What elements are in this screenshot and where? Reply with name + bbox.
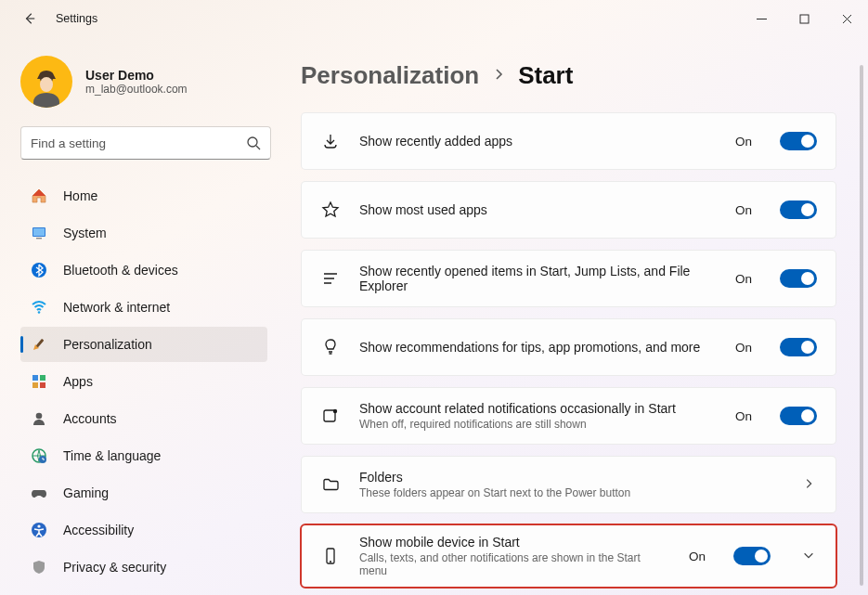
chevron-down-icon[interactable] bbox=[802, 549, 817, 563]
toggle-switch[interactable] bbox=[780, 338, 817, 356]
home-icon bbox=[30, 187, 48, 205]
phone-icon bbox=[320, 546, 341, 566]
toggle-state: On bbox=[735, 341, 752, 355]
toggle-switch[interactable] bbox=[780, 132, 817, 150]
setting-recommendations[interactable]: Show recommendations for tips, app promo… bbox=[301, 318, 836, 376]
svg-point-2 bbox=[248, 137, 257, 147]
nav-label: Time & language bbox=[63, 448, 161, 463]
nav-label: Accessibility bbox=[63, 523, 134, 537]
wifi-icon bbox=[30, 298, 48, 317]
breadcrumb-parent[interactable]: Personalization bbox=[301, 61, 479, 90]
toggle-state: On bbox=[735, 272, 752, 286]
svg-point-13 bbox=[36, 413, 43, 420]
setting-subtitle: When off, required notifications are sti… bbox=[359, 418, 717, 431]
setting-subtitle: These folders appear on Start next to th… bbox=[359, 486, 771, 499]
scrollbar[interactable] bbox=[860, 65, 863, 586]
svg-point-1 bbox=[40, 77, 53, 92]
gamepad-icon bbox=[30, 484, 48, 502]
toggle-state: On bbox=[735, 135, 752, 149]
nav-label: Gaming bbox=[63, 485, 109, 500]
setting-account-notif[interactable]: Show account related notifications occas… bbox=[301, 387, 836, 445]
toggle-switch[interactable] bbox=[733, 547, 771, 565]
setting-recently-added[interactable]: Show recently added apps On bbox=[301, 112, 836, 170]
chevron-right-icon bbox=[492, 68, 505, 84]
star-icon bbox=[320, 200, 341, 220]
svg-rect-8 bbox=[36, 339, 45, 348]
nav-personalization[interactable]: Personalization bbox=[20, 327, 267, 362]
svg-rect-0 bbox=[800, 15, 809, 23]
window-title: Settings bbox=[56, 12, 97, 25]
toggle-switch[interactable] bbox=[780, 200, 817, 219]
toggle-switch[interactable] bbox=[780, 407, 817, 425]
minimize-button[interactable] bbox=[740, 0, 783, 37]
list-icon bbox=[320, 268, 341, 289]
nav-bluetooth[interactable]: Bluetooth & devices bbox=[20, 252, 267, 288]
search-box[interactable] bbox=[20, 126, 271, 160]
setting-title: Show most used apps bbox=[359, 202, 717, 217]
nav-list: Home System Bluetooth & devices Network … bbox=[20, 178, 271, 585]
avatar bbox=[20, 56, 72, 108]
setting-title: Show recently added apps bbox=[359, 134, 717, 149]
nav-label: Personalization bbox=[63, 337, 152, 352]
download-icon bbox=[320, 131, 341, 151]
bluetooth-icon bbox=[30, 261, 48, 279]
svg-rect-12 bbox=[40, 382, 45, 388]
folder-icon bbox=[320, 474, 341, 495]
nav-label: Network & internet bbox=[63, 300, 170, 315]
svg-point-19 bbox=[333, 409, 337, 413]
nav-label: System bbox=[63, 226, 107, 240]
setting-mobile-device[interactable]: Show mobile device in Start Calls, texts… bbox=[301, 524, 836, 588]
accessibility-icon bbox=[30, 521, 48, 539]
nav-privacy[interactable]: Privacy & security bbox=[20, 550, 267, 585]
nav-time[interactable]: Time & language bbox=[20, 438, 267, 473]
nav-label: Bluetooth & devices bbox=[63, 263, 178, 278]
setting-subtitle: Calls, texts, and other notifications ar… bbox=[359, 551, 670, 577]
close-button[interactable] bbox=[825, 0, 868, 37]
breadcrumb-current: Start bbox=[518, 61, 573, 90]
svg-rect-4 bbox=[33, 228, 45, 236]
badge-icon bbox=[320, 406, 341, 426]
nav-label: Privacy & security bbox=[63, 560, 166, 575]
nav-label: Home bbox=[63, 188, 97, 203]
system-icon bbox=[30, 224, 48, 242]
toggle-state: On bbox=[735, 409, 752, 423]
setting-recent-items[interactable]: Show recently opened items in Start, Jum… bbox=[301, 250, 836, 307]
svg-rect-11 bbox=[32, 382, 38, 388]
toggle-switch[interactable] bbox=[780, 269, 817, 288]
nav-accessibility[interactable]: Accessibility bbox=[20, 512, 267, 548]
svg-rect-9 bbox=[32, 375, 38, 381]
main-panel: Personalization Start Show recently adde… bbox=[288, 37, 868, 595]
back-button[interactable] bbox=[17, 6, 43, 32]
person-icon bbox=[30, 409, 48, 428]
nav-label: Accounts bbox=[63, 411, 117, 426]
svg-point-17 bbox=[37, 524, 40, 527]
svg-rect-5 bbox=[36, 238, 42, 239]
nav-network[interactable]: Network & internet bbox=[20, 290, 267, 325]
nav-gaming[interactable]: Gaming bbox=[20, 475, 267, 511]
nav-label: Apps bbox=[63, 374, 93, 389]
toggle-state: On bbox=[689, 550, 706, 563]
nav-accounts[interactable]: Accounts bbox=[20, 401, 267, 436]
setting-folders[interactable]: Folders These folders appear on Start ne… bbox=[301, 456, 836, 513]
user-block[interactable]: User Demo m_lab@outlook.com bbox=[20, 50, 271, 126]
search-input[interactable] bbox=[31, 136, 246, 150]
shield-icon bbox=[30, 558, 48, 576]
lightbulb-icon bbox=[320, 337, 341, 357]
maximize-button[interactable] bbox=[783, 0, 825, 37]
breadcrumb: Personalization Start bbox=[301, 61, 848, 90]
setting-title: Show account related notifications occas… bbox=[359, 401, 717, 416]
svg-rect-10 bbox=[40, 375, 45, 381]
setting-most-used[interactable]: Show most used apps On bbox=[301, 181, 836, 239]
setting-title: Show mobile device in Start bbox=[359, 535, 670, 550]
nav-apps[interactable]: Apps bbox=[20, 364, 267, 399]
titlebar: Settings bbox=[0, 0, 868, 37]
window-controls bbox=[740, 0, 868, 37]
setting-title: Show recently opened items in Start, Jum… bbox=[359, 264, 717, 293]
nav-system[interactable]: System bbox=[20, 215, 267, 251]
nav-home[interactable]: Home bbox=[20, 178, 267, 213]
settings-list: Show recently added apps On Show most us… bbox=[301, 112, 848, 588]
setting-title: Show recommendations for tips, app promo… bbox=[359, 340, 717, 355]
setting-title: Folders bbox=[359, 470, 771, 485]
sidebar: User Demo m_lab@outlook.com Home System … bbox=[0, 37, 288, 595]
svg-point-7 bbox=[38, 311, 41, 314]
